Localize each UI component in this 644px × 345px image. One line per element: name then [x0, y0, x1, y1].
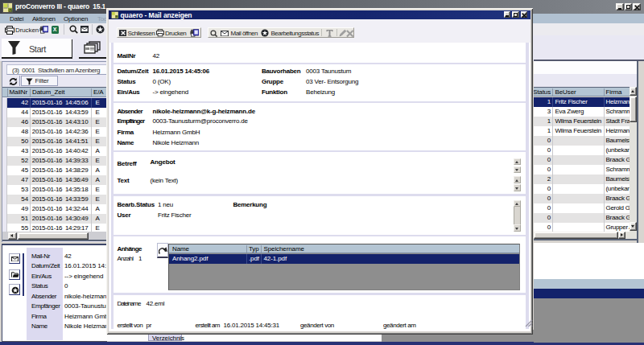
svg-text:a: a [9, 6, 13, 13]
